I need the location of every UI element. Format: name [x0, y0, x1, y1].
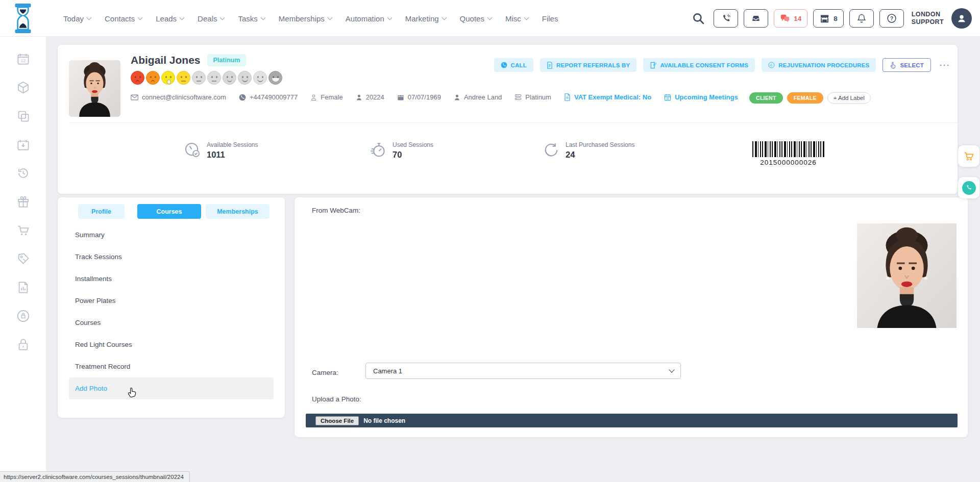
nav-label: Files [542, 14, 558, 23]
app-window: Today Contacts Leads Deals Tasks Members… [0, 0, 980, 482]
add-label-button[interactable]: + Add Label [827, 92, 871, 104]
client-barcode: 2015000000026 [752, 141, 824, 166]
client-labels: CLIENT FEMALE + Add Label [749, 92, 871, 104]
call-button[interactable]: CALL [494, 58, 533, 72]
client-photo[interactable] [69, 60, 120, 117]
nav-label: Marketing [405, 14, 439, 23]
inbox-icon [751, 13, 761, 23]
nav-memberships[interactable]: Memberships [279, 14, 332, 23]
menu-item-treatment-record[interactable]: Treatment Record [69, 356, 274, 377]
report-referrals-button[interactable]: REPORT REFERRALS BY [540, 58, 636, 72]
menu-item-add-photo[interactable]: Add Photo [69, 377, 274, 399]
client-dob: 07/07/1969 [397, 93, 441, 101]
client-actions: CALL REPORT REFERRALS BY AVAILABLE CONSE… [494, 58, 952, 72]
nav-misc[interactable]: Misc [505, 14, 528, 23]
nav-marketing[interactable]: Marketing [405, 14, 446, 23]
nav-today[interactable]: Today [63, 14, 91, 23]
file-input-bar: Choose File No file chosen [306, 414, 958, 427]
divider [69, 122, 958, 123]
clock-check-icon [184, 141, 201, 159]
contact-info-row: connect@clinicsoftware.com +447490009777… [131, 93, 738, 101]
mood-face-4[interactable] [177, 71, 190, 85]
mood-face-7[interactable] [223, 71, 236, 85]
lock-icon[interactable] [16, 338, 30, 351]
mood-face-8[interactable] [238, 71, 252, 85]
location-selector[interactable]: LONDON SUPPORT [912, 11, 944, 26]
nav-contacts[interactable]: Contacts [105, 14, 142, 23]
select-button[interactable]: SELECT [883, 58, 931, 72]
rejuvenation-button[interactable]: REJUVENATION PROCEDURES [762, 58, 876, 72]
nav-leads[interactable]: Leads [156, 14, 184, 23]
more-actions-button[interactable]: ··· [938, 61, 952, 69]
calendar-12-icon[interactable]: 12 [16, 52, 30, 66]
dialer-button[interactable] [714, 9, 738, 28]
mood-face-9[interactable] [253, 71, 267, 85]
voucher-tag-icon[interactable] [16, 252, 30, 266]
vat-exempt-link[interactable]: VAT Exempt Medical: No [564, 93, 651, 101]
svg-text:12: 12 [20, 58, 26, 63]
location-line2: SUPPORT [912, 18, 944, 26]
user-avatar[interactable] [951, 8, 972, 29]
cube-icon[interactable] [16, 81, 30, 94]
phone-icon [239, 94, 246, 101]
svg-text:?: ? [890, 16, 893, 21]
mood-face-2[interactable] [146, 71, 160, 85]
notifications-button[interactable] [849, 9, 874, 28]
menu-item-summary[interactable]: Summary [69, 224, 274, 246]
chevron-down-icon [138, 15, 143, 20]
document-icon [547, 62, 553, 69]
cart-icon[interactable] [16, 223, 30, 237]
mood-face-1[interactable] [131, 71, 144, 85]
nav-quotes[interactable]: Quotes [460, 14, 492, 23]
camera-select[interactable]: Camera 1 [365, 363, 681, 379]
nav-files[interactable]: Files [542, 14, 558, 23]
nav-tasks[interactable]: Tasks [238, 14, 264, 23]
calendar-import-icon[interactable] [16, 138, 30, 151]
search-icon[interactable] [692, 12, 705, 25]
menu-item-red-light-courses[interactable]: Red Light Courses [69, 334, 274, 356]
inbox-button[interactable] [744, 9, 768, 28]
nav-automation[interactable]: Automation [346, 14, 391, 23]
stat-last-purchased-sessions: Last Purchased Sessions24 [543, 141, 634, 160]
webcam-panel: From WebCam: Camera: Camera 1 Upload a P… [295, 197, 968, 437]
tab-profile[interactable]: Profile [78, 204, 125, 219]
client-id: 20224 [356, 93, 384, 101]
menu-item-track-sessions[interactable]: Track Sessions [69, 246, 274, 268]
tab-courses[interactable]: Courses [137, 204, 201, 219]
help-button[interactable]: ? [879, 9, 904, 28]
store-count: 8 [834, 15, 838, 22]
report-icon[interactable] [16, 281, 30, 294]
upcoming-meetings-link[interactable]: 12Upcoming Meetings [664, 93, 738, 101]
nav-label: Memberships [279, 14, 325, 23]
stat-available-sessions: Available Sessions1011 [184, 141, 258, 160]
tab-memberships[interactable]: Memberships [206, 204, 270, 219]
chat-button[interactable]: 14 [774, 9, 807, 28]
quick-call-button[interactable] [958, 177, 979, 198]
client-email: connect@clinicsoftware.com [131, 93, 226, 101]
gift-icon[interactable] [16, 195, 30, 209]
stat-value: 24 [566, 150, 634, 160]
mood-face-10[interactable] [268, 71, 282, 85]
nav-deals[interactable]: Deals [198, 14, 224, 23]
question-icon: ? [887, 13, 897, 23]
account-lock-icon[interactable] [16, 309, 30, 323]
stat-value: 1011 [207, 150, 258, 160]
store-button[interactable]: 8 [813, 9, 844, 28]
clinicsoftware-logo[interactable] [12, 4, 34, 33]
history-icon[interactable] [16, 166, 30, 180]
mood-face-5[interactable] [192, 71, 206, 85]
copy-icon[interactable] [16, 109, 30, 123]
quick-cart-button[interactable] [958, 145, 979, 167]
menu-item-power-plates[interactable]: Power Plates [69, 290, 274, 312]
mood-face-3[interactable] [161, 71, 175, 85]
stat-value: 70 [393, 150, 433, 160]
mood-face-6[interactable] [207, 71, 221, 85]
webcam-snapshot-image [857, 223, 957, 328]
client-level: Platinum [514, 93, 551, 101]
panel-tabs: Profile Courses Memberships [78, 204, 270, 219]
consent-forms-button[interactable]: AVAILABLE CONSENT FORMS [643, 58, 755, 72]
menu-item-courses[interactable]: Courses [69, 312, 274, 334]
menu-item-installments[interactable]: Installments [69, 268, 274, 290]
client-photo-image [69, 60, 120, 117]
choose-file-button[interactable]: Choose File [315, 416, 359, 425]
